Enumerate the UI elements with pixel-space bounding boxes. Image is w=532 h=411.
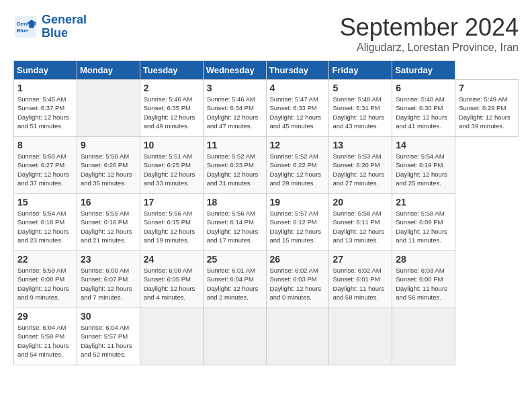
day-number: 1 xyxy=(17,83,73,93)
calendar-day-23: 23Sunrise: 6:00 AMSunset: 6:07 PMDayligh… xyxy=(77,251,140,308)
day-number: 25 xyxy=(207,254,263,265)
day-number: 23 xyxy=(81,254,136,265)
day-info: Sunrise: 5:58 AMSunset: 6:09 PMDaylight:… xyxy=(396,209,451,244)
day-info: Sunrise: 6:00 AMSunset: 6:05 PMDaylight:… xyxy=(144,266,200,302)
day-info: Sunrise: 6:03 AMSunset: 6:00 PMDaylight:… xyxy=(396,266,451,302)
day-number: 28 xyxy=(396,254,451,265)
calendar-day-5: 5Sunrise: 5:48 AMSunset: 6:31 PMDaylight… xyxy=(329,80,392,137)
day-info: Sunrise: 5:51 AMSunset: 6:25 PMDaylight:… xyxy=(144,152,200,187)
calendar-day-30: 30Sunrise: 6:04 AMSunset: 5:57 PMDayligh… xyxy=(77,308,140,365)
day-info: Sunrise: 5:47 AMSunset: 6:33 PMDaylight:… xyxy=(270,95,326,130)
day-number: 14 xyxy=(396,140,451,150)
day-number: 10 xyxy=(144,140,200,150)
calendar-day-20: 20Sunrise: 5:58 AMSunset: 6:11 PMDayligh… xyxy=(329,194,392,251)
location: Aligudarz, Lorestan Province, Iran xyxy=(340,42,519,54)
logo-icon: General Blue xyxy=(13,15,38,39)
day-number: 11 xyxy=(207,140,263,150)
calendar-day-28: 28Sunrise: 6:03 AMSunset: 6:00 PMDayligh… xyxy=(392,251,455,308)
calendar-day-21: 21Sunrise: 5:58 AMSunset: 6:09 PMDayligh… xyxy=(392,194,455,251)
calendar-week-4: 22Sunrise: 5:59 AMSunset: 6:08 PMDayligh… xyxy=(14,251,519,308)
day-info: Sunrise: 5:50 AMSunset: 6:26 PMDaylight:… xyxy=(81,152,136,187)
calendar-day-8: 8Sunrise: 5:50 AMSunset: 6:27 PMDaylight… xyxy=(14,137,77,194)
day-info: Sunrise: 6:01 AMSunset: 6:04 PMDaylight:… xyxy=(207,266,263,302)
day-number: 29 xyxy=(17,311,73,322)
day-info: Sunrise: 5:56 AMSunset: 6:15 PMDaylight:… xyxy=(144,209,200,244)
calendar-day-16: 16Sunrise: 5:55 AMSunset: 6:16 PMDayligh… xyxy=(77,194,140,251)
day-info: Sunrise: 5:48 AMSunset: 6:31 PMDaylight:… xyxy=(332,95,388,130)
day-info: Sunrise: 6:02 AMSunset: 6:03 PMDaylight:… xyxy=(270,266,326,302)
title-area: September 2024 Aligudarz, Lorestan Provi… xyxy=(340,13,519,54)
calendar-day-9: 9Sunrise: 5:50 AMSunset: 6:26 PMDaylight… xyxy=(77,137,140,194)
day-number: 2 xyxy=(144,83,200,93)
calendar-week-5: 29Sunrise: 6:04 AMSunset: 5:58 PMDayligh… xyxy=(14,308,519,365)
calendar-day-25: 25Sunrise: 6:01 AMSunset: 6:04 PMDayligh… xyxy=(203,251,266,308)
day-info: Sunrise: 5:56 AMSunset: 6:14 PMDaylight:… xyxy=(207,209,263,244)
weekday-header-monday: Monday xyxy=(77,61,140,80)
day-info: Sunrise: 5:58 AMSunset: 6:11 PMDaylight:… xyxy=(332,209,388,244)
day-number: 17 xyxy=(144,197,200,208)
weekday-header-wednesday: Wednesday xyxy=(203,61,266,80)
calendar-day-empty xyxy=(77,80,140,137)
calendar-day-12: 12Sunrise: 5:52 AMSunset: 6:22 PMDayligh… xyxy=(266,137,329,194)
calendar-week-1: 1Sunrise: 5:45 AMSunset: 6:37 PMDaylight… xyxy=(14,80,519,137)
calendar-day-6: 6Sunrise: 5:48 AMSunset: 6:30 PMDaylight… xyxy=(392,80,455,137)
calendar-day-2: 2Sunrise: 5:46 AMSunset: 6:35 PMDaylight… xyxy=(140,80,203,137)
day-number: 16 xyxy=(81,197,136,208)
day-number: 30 xyxy=(81,311,136,322)
calendar-day-27: 27Sunrise: 6:02 AMSunset: 6:01 PMDayligh… xyxy=(329,251,392,308)
day-info: Sunrise: 5:49 AMSunset: 6:29 PMDaylight:… xyxy=(459,95,515,130)
day-number: 5 xyxy=(332,83,388,93)
logo-line1: General xyxy=(42,13,87,27)
calendar-day-1: 1Sunrise: 5:45 AMSunset: 6:37 PMDaylight… xyxy=(14,80,77,137)
weekday-header-friday: Friday xyxy=(329,61,392,80)
day-number: 19 xyxy=(270,197,326,208)
calendar-week-2: 8Sunrise: 5:50 AMSunset: 6:27 PMDaylight… xyxy=(14,137,519,194)
calendar-day-29: 29Sunrise: 6:04 AMSunset: 5:58 PMDayligh… xyxy=(14,308,77,365)
logo-line2: Blue xyxy=(42,27,87,40)
day-number: 13 xyxy=(332,140,388,150)
calendar-day-14: 14Sunrise: 5:54 AMSunset: 6:19 PMDayligh… xyxy=(392,137,455,194)
day-number: 27 xyxy=(332,254,388,265)
day-number: 8 xyxy=(17,140,73,150)
calendar-day-3: 3Sunrise: 5:46 AMSunset: 6:34 PMDaylight… xyxy=(203,80,266,137)
logo: General Blue General Blue xyxy=(13,13,87,40)
calendar-day-10: 10Sunrise: 5:51 AMSunset: 6:25 PMDayligh… xyxy=(140,137,203,194)
calendar-day-4: 4Sunrise: 5:47 AMSunset: 6:33 PMDaylight… xyxy=(266,80,329,137)
day-info: Sunrise: 5:45 AMSunset: 6:37 PMDaylight:… xyxy=(17,95,73,130)
calendar-day-22: 22Sunrise: 5:59 AMSunset: 6:08 PMDayligh… xyxy=(14,251,77,308)
day-info: Sunrise: 5:55 AMSunset: 6:16 PMDaylight:… xyxy=(81,209,136,244)
day-number: 9 xyxy=(81,140,136,150)
calendar-day-19: 19Sunrise: 5:57 AMSunset: 6:12 PMDayligh… xyxy=(266,194,329,251)
weekday-header-row: SundayMondayTuesdayWednesdayThursdayFrid… xyxy=(14,61,519,80)
day-info: Sunrise: 5:48 AMSunset: 6:30 PMDaylight:… xyxy=(396,95,451,130)
calendar-day-15: 15Sunrise: 5:54 AMSunset: 6:18 PMDayligh… xyxy=(14,194,77,251)
header: General Blue General Blue September 2024… xyxy=(13,13,519,54)
calendar-day-empty xyxy=(329,308,392,365)
calendar-day-11: 11Sunrise: 5:52 AMSunset: 6:23 PMDayligh… xyxy=(203,137,266,194)
day-number: 4 xyxy=(270,83,326,93)
weekday-header-tuesday: Tuesday xyxy=(140,61,203,80)
day-number: 3 xyxy=(207,83,263,93)
day-number: 7 xyxy=(459,83,515,93)
day-info: Sunrise: 5:57 AMSunset: 6:12 PMDaylight:… xyxy=(270,209,326,244)
day-info: Sunrise: 5:50 AMSunset: 6:27 PMDaylight:… xyxy=(17,152,73,187)
day-info: Sunrise: 5:52 AMSunset: 6:22 PMDaylight:… xyxy=(270,152,326,187)
calendar-day-7: 7Sunrise: 5:49 AMSunset: 6:29 PMDaylight… xyxy=(455,80,519,137)
calendar-day-17: 17Sunrise: 5:56 AMSunset: 6:15 PMDayligh… xyxy=(140,194,203,251)
calendar-day-24: 24Sunrise: 6:00 AMSunset: 6:05 PMDayligh… xyxy=(140,251,203,308)
month-title: September 2024 xyxy=(340,13,519,42)
day-info: Sunrise: 6:00 AMSunset: 6:07 PMDaylight:… xyxy=(81,266,136,302)
day-number: 15 xyxy=(17,197,73,208)
day-info: Sunrise: 5:46 AMSunset: 6:35 PMDaylight:… xyxy=(144,95,200,130)
day-number: 26 xyxy=(270,254,326,265)
day-info: Sunrise: 6:02 AMSunset: 6:01 PMDaylight:… xyxy=(332,266,388,302)
svg-text:Blue: Blue xyxy=(17,28,29,34)
calendar-day-empty xyxy=(266,308,329,365)
weekday-header-saturday: Saturday xyxy=(392,61,455,80)
calendar-table: SundayMondayTuesdayWednesdayThursdayFrid… xyxy=(13,60,519,365)
day-info: Sunrise: 5:53 AMSunset: 6:20 PMDaylight:… xyxy=(332,152,388,187)
calendar-day-26: 26Sunrise: 6:02 AMSunset: 6:03 PMDayligh… xyxy=(266,251,329,308)
day-info: Sunrise: 5:52 AMSunset: 6:23 PMDaylight:… xyxy=(207,152,263,187)
weekday-header-thursday: Thursday xyxy=(266,61,329,80)
day-info: Sunrise: 5:54 AMSunset: 6:18 PMDaylight:… xyxy=(17,209,73,244)
